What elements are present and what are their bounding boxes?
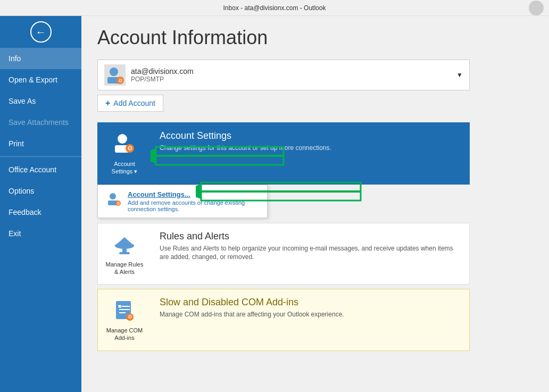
com-addins-title: Slow and Disabled COM Add-ins — [160, 297, 461, 308]
dropdown-item-desc: Add and remove accounts or change existi… — [128, 199, 260, 212]
account-type: POP/SMTP — [131, 76, 451, 83]
com-addins-content: Slow and Disabled COM Add-ins Manage COM… — [151, 289, 469, 351]
dropdown-item-title: Account Settings... — [128, 190, 260, 198]
sidebar-item-info[interactable]: Info — [0, 48, 81, 69]
svg-text:⚙: ⚙ — [117, 201, 120, 206]
add-account-button[interactable]: + Add Account — [97, 95, 163, 112]
svg-text:✓: ✓ — [119, 305, 121, 308]
rules-alerts-title: Rules and Alerts — [160, 231, 461, 242]
dropdown-item-content: Account Settings... Add and remove accou… — [128, 190, 260, 212]
sidebar-item-save-attachments: Save Attachments — [0, 112, 81, 133]
sidebar-item-print[interactable]: Print — [0, 133, 81, 154]
account-settings-content: Account Settings Change settings for thi… — [151, 123, 469, 184]
rules-alerts-icon — [112, 232, 137, 257]
sidebar: ← Info Open & Export Save As Save Attach… — [0, 16, 81, 392]
account-settings-section[interactable]: ⚙ AccountSettings ▾ Account Settings Cha… — [97, 122, 470, 185]
sidebar-item-office-account[interactable]: Office Account — [0, 159, 81, 180]
com-addins-desc: Manage COM add-ins that are affecting yo… — [160, 310, 461, 319]
dropdown-arrow-icon: ▼ — [456, 71, 463, 79]
com-addins-section[interactable]: ✓ ⚙ Manage COMAdd-ins Slow and Disabled … — [97, 289, 470, 351]
back-arrow-icon: ← — [30, 21, 52, 43]
sidebar-item-exit[interactable]: Exit — [0, 223, 81, 244]
window-title: Inbox - ata@divisionx.com - Outlook — [223, 4, 326, 12]
content-area: Account Information ⚙ ata@divisionx.com … — [81, 16, 549, 392]
rules-alerts-icon-area: Manage Rules& Alerts — [98, 223, 151, 285]
account-email: ata@divisionx.com — [131, 67, 451, 76]
rules-alerts-content: Rules and Alerts Use Rules and Alerts to… — [151, 223, 469, 285]
account-settings-menu-item[interactable]: ⚙ Account Settings... Add and remove acc… — [98, 185, 267, 218]
account-icon: ⚙ — [104, 64, 126, 86]
svg-rect-20 — [119, 252, 130, 254]
plus-icon: + — [105, 98, 110, 108]
sidebar-item-open-export[interactable]: Open & Export — [0, 69, 81, 90]
account-settings-title: Account Settings — [160, 130, 461, 141]
account-settings-icon-area: ⚙ AccountSettings ▾ — [98, 123, 151, 184]
rules-alerts-desc: Use Rules and Alerts to help organize yo… — [160, 244, 461, 262]
svg-text:⚙: ⚙ — [128, 314, 132, 320]
account-selector[interactable]: ⚙ ata@divisionx.com POP/SMTP ▼ — [97, 60, 470, 90]
sidebar-item-save-as[interactable]: Save As — [0, 90, 81, 112]
account-settings-menu-icon: ⚙ — [105, 190, 122, 207]
svg-rect-19 — [122, 246, 127, 252]
com-addins-label: Manage COMAdd-ins — [106, 327, 143, 342]
svg-point-4 — [118, 134, 127, 144]
svg-point-0 — [110, 68, 118, 76]
com-addins-icon: ✓ ⚙ — [112, 298, 137, 323]
svg-text:⚙: ⚙ — [118, 78, 123, 84]
svg-text:⚙: ⚙ — [127, 145, 133, 152]
svg-point-8 — [110, 193, 116, 199]
account-settings-dropdown: ⚙ Account Settings... Add and remove acc… — [97, 185, 268, 218]
account-details: ata@divisionx.com POP/SMTP — [131, 67, 451, 83]
avatar — [529, 1, 544, 15]
sidebar-item-feedback[interactable]: Feedback — [0, 202, 81, 223]
rules-alerts-section[interactable]: Manage Rules& Alerts Rules and Alerts Us… — [97, 223, 470, 285]
back-button[interactable]: ← — [0, 16, 81, 48]
rules-alerts-label: Manage Rules& Alerts — [106, 261, 144, 276]
account-settings-desc: Change settings for this account or set … — [160, 144, 461, 153]
account-settings-label: AccountSettings ▾ — [112, 160, 138, 176]
page-title: Account Information — [97, 27, 533, 49]
com-addins-icon-area: ✓ ⚙ Manage COMAdd-ins — [98, 289, 151, 351]
account-settings-icon: ⚙ — [112, 131, 137, 157]
sidebar-item-options[interactable]: Options — [0, 180, 81, 202]
